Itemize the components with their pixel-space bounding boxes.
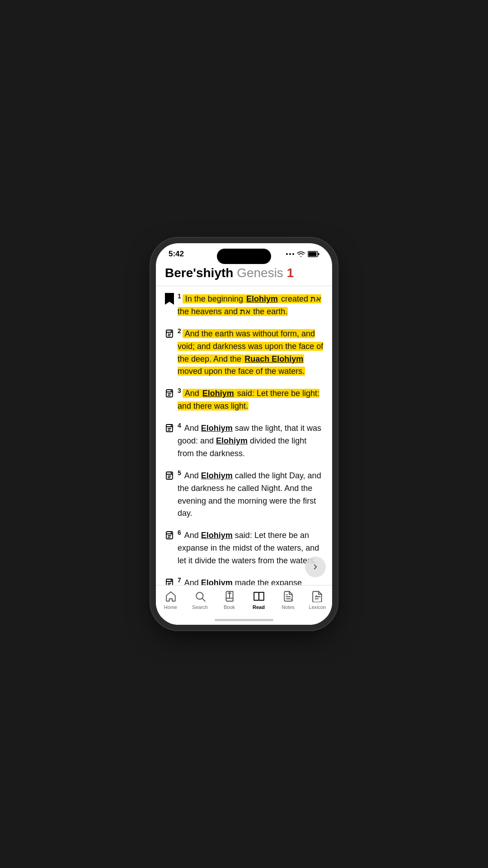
verse-4: 4 And Elohiym saw the light, that it was… [163,421,325,460]
wifi-icon [297,251,305,257]
content-area[interactable]: 1 In the beginning Elohiym created את th… [156,286,332,592]
bookmark-icon[interactable] [163,292,176,305]
verse-5-text: 5 And Elohiym called the light Day, and … [178,468,325,520]
read-icon [253,590,265,603]
verse-3: 3 And Elohiym said: Let there be light: … [163,386,325,413]
note-icon-v4[interactable] [163,422,176,434]
verse-2: 2 And the earth was without form, and vo… [163,326,325,378]
lexicon-icon: א [311,590,324,603]
status-icons [286,251,319,257]
nav-home[interactable]: Home [156,590,185,610]
dynamic-island [217,249,271,264]
search-icon [194,590,206,603]
status-bar: 5:42 [156,243,332,262]
battery-icon [308,251,319,257]
note-icon-v5[interactable] [163,469,176,482]
home-icon [164,590,177,603]
note-icon-v2[interactable] [163,327,176,340]
svg-rect-1 [318,253,319,255]
status-time: 5:42 [169,250,184,259]
translation-name: Genesis [237,266,283,280]
header: Bere'shiyth Genesis 1 [156,262,332,286]
nav-home-label: Home [164,604,177,610]
svg-text:א: א [315,594,317,597]
verse-3-text: 3 And Elohiym said: Let there be light: … [178,386,325,413]
page-title: Bere'shiyth Genesis 1 [165,266,323,280]
nav-search-label: Search [192,604,208,610]
verse-1-text: 1 In the beginning Elohiym created את th… [178,292,325,318]
nav-book[interactable]: Book [215,590,244,610]
nav-search[interactable]: Search [185,590,215,610]
nav-notes[interactable]: Notes [273,590,303,610]
svg-line-34 [202,599,205,601]
home-indicator [215,619,273,621]
book-icon [223,590,236,603]
verse-4-text: 4 And Elohiym saw the light, that it was… [178,421,325,460]
signal-dots-icon [286,253,294,255]
next-button[interactable] [305,557,326,577]
nav-read[interactable]: Read [244,590,273,610]
nav-lexicon-label: Lexicon [309,604,326,610]
verse-1: 1 In the beginning Elohiym created את th… [163,292,325,318]
nav-read-label: Read [253,604,265,610]
verse-2-text: 2 And the earth was without form, and vo… [178,326,325,378]
nav-notes-label: Notes [282,604,295,610]
notes-icon [282,590,295,603]
book-name: Bere'shiyth [165,266,233,280]
verse-6: 6 And Elohiym said: Let there be an expa… [163,528,325,567]
note-icon-v3[interactable] [163,387,176,400]
nav-book-label: Book [224,604,235,610]
svg-rect-2 [309,252,317,256]
note-icon-v6[interactable] [163,529,176,542]
chapter-number: 1 [287,266,294,280]
verse-5: 5 And Elohiym called the light Day, and … [163,468,325,520]
phone-frame: 5:42 Bere'shiyth Genesis 1 [156,243,332,625]
nav-lexicon[interactable]: א Lexicon [303,590,332,610]
verse-6-text: 6 And Elohiym said: Let there be an expa… [178,528,325,567]
